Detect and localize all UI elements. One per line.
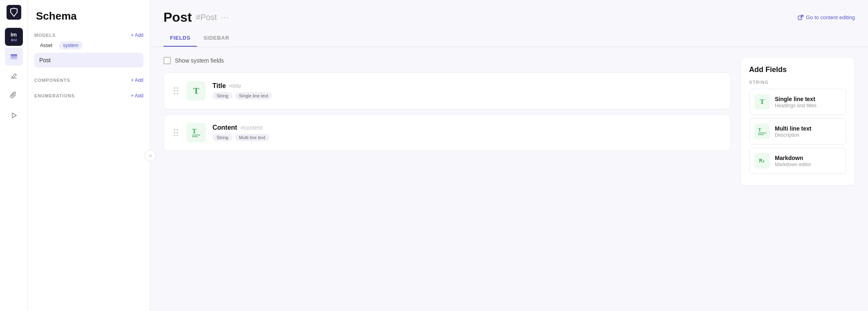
enumerations-label: ENUMERATIONS xyxy=(34,93,75,98)
nav-item-paperclip[interactable] xyxy=(5,87,23,105)
field-type-markdown[interactable]: M↓ Markdown Markdown editor xyxy=(749,148,846,174)
go-to-editing-link[interactable]: Go to content editing xyxy=(798,14,855,20)
markdown-name: Markdown xyxy=(775,155,811,161)
components-add-button[interactable]: + Add xyxy=(131,77,143,83)
model-tags: Asset system xyxy=(34,41,143,50)
drag-dot xyxy=(174,135,175,136)
sidebar: Schema MODELS + Add Asset system Post CO… xyxy=(28,0,150,311)
drag-dot xyxy=(177,87,178,89)
nav-item-edit[interactable] xyxy=(5,67,23,85)
drag-dots xyxy=(174,87,178,95)
drag-handle-content[interactable] xyxy=(172,127,180,138)
field-tags-content: String Multi line text xyxy=(213,134,722,141)
field-info-title: Title #title String Single line text xyxy=(213,82,722,99)
single-line-name: Single line text xyxy=(775,96,817,102)
im-label: Im xyxy=(11,32,17,38)
collapse-sidebar-button[interactable]: ‹‹ xyxy=(145,150,156,161)
m-badge: ⊛M xyxy=(11,38,17,42)
page-hash: #Post xyxy=(196,13,217,22)
drag-dot xyxy=(177,135,178,136)
multiline-icon: T xyxy=(190,127,202,138)
field-type-multi-line[interactable]: T Multi line text Description xyxy=(749,118,846,144)
sidebar-title: Schema xyxy=(34,10,143,23)
field-tags-title: String Single line text xyxy=(213,92,722,99)
system-tag[interactable]: system xyxy=(59,41,83,50)
enumerations-section-header: ENUMERATIONS + Add xyxy=(34,93,143,99)
components-section-header: COMPONENTS + Add xyxy=(34,77,143,83)
tabs: FIELDS SIDEBAR xyxy=(150,25,868,47)
svg-rect-6 xyxy=(798,16,802,20)
show-system-fields-row: Show system fields xyxy=(163,57,731,64)
single-line-desc: Headings and titles xyxy=(775,103,817,108)
models-section-header: MODELS + Add xyxy=(34,32,143,38)
nav-item-play[interactable] xyxy=(5,106,23,124)
drag-dot xyxy=(174,132,175,133)
field-type-single-line[interactable]: T Single line text Headings and titles xyxy=(749,89,846,115)
field-icon-title: T xyxy=(186,81,206,101)
field-icon-content: T xyxy=(186,123,206,142)
nav-item-layers[interactable] xyxy=(5,47,23,65)
title-area: Post #Post ··· xyxy=(163,10,230,25)
show-system-fields-label: Show system fields xyxy=(175,57,224,64)
field-content-name: Content #content xyxy=(213,124,722,131)
multiline-type-icon: T xyxy=(757,126,767,136)
asset-tag[interactable]: Asset xyxy=(36,41,56,50)
tab-fields[interactable]: FIELDS xyxy=(163,32,197,47)
single-line-icon: T xyxy=(754,94,770,110)
main-content: Post #Post ··· Go to content editing FIE… xyxy=(150,0,868,311)
add-fields-panel: Add Fields STRING T Single line text Hea… xyxy=(740,57,855,186)
multi-line-desc: Description xyxy=(775,132,811,138)
svg-marker-5 xyxy=(12,113,16,118)
field-title-name: Title #title xyxy=(213,82,722,90)
models-add-button[interactable]: + Add xyxy=(131,32,143,38)
markdown-icon: M↓ xyxy=(754,153,770,169)
fields-list: Show system fields T xyxy=(163,57,731,301)
field-info-content: Content #content String Multi line text xyxy=(213,124,722,141)
nav-item-im[interactable]: Im ⊛M xyxy=(5,28,23,46)
field-tag-string: String xyxy=(213,92,233,99)
svg-rect-4 xyxy=(11,78,17,79)
svg-rect-3 xyxy=(11,58,17,59)
icon-bar: Im ⊛M xyxy=(0,0,28,311)
tab-sidebar[interactable]: SIDEBAR xyxy=(197,32,236,47)
multi-line-info: Multi line text Description xyxy=(775,125,811,138)
fields-area: Show system fields T xyxy=(150,47,868,311)
field-tag-singleline: Single line text xyxy=(235,92,273,99)
multi-line-icon: T xyxy=(754,124,770,139)
add-fields-section-label: STRING xyxy=(749,80,846,85)
components-label: COMPONENTS xyxy=(34,78,70,83)
svg-rect-0 xyxy=(7,5,21,20)
field-tag-multiline: Multi line text xyxy=(235,134,269,141)
field-tag-string2: String xyxy=(213,134,233,141)
drag-dot xyxy=(177,129,178,131)
models-label: MODELS xyxy=(34,33,56,38)
field-card-title[interactable]: T Title #title String Single line text xyxy=(163,72,731,109)
drag-dot xyxy=(177,132,178,133)
more-options-button[interactable]: ··· xyxy=(221,13,230,22)
svg-text:T: T xyxy=(192,128,197,135)
markdown-desc: Markdown editor xyxy=(775,162,811,167)
drag-dot xyxy=(174,129,175,131)
svg-rect-2 xyxy=(11,56,17,58)
drag-dot xyxy=(174,90,175,92)
drag-dot xyxy=(177,93,178,95)
main-header: Post #Post ··· Go to content editing xyxy=(150,0,868,25)
page-title: Post xyxy=(163,10,192,25)
edit-link-icon xyxy=(798,15,803,20)
field-card-content[interactable]: T Content #content String Multi line tex… xyxy=(163,114,731,151)
drag-dots xyxy=(174,129,178,136)
enumerations-add-button[interactable]: + Add xyxy=(131,93,143,99)
drag-dot xyxy=(174,87,175,89)
sidebar-item-post[interactable]: Post xyxy=(34,53,143,68)
drag-dot xyxy=(177,90,178,92)
show-system-fields-checkbox[interactable] xyxy=(163,57,171,64)
go-to-editing-label: Go to content editing xyxy=(806,14,855,20)
single-line-info: Single line text Headings and titles xyxy=(775,96,817,108)
svg-rect-1 xyxy=(11,54,17,56)
app-logo[interactable] xyxy=(7,5,21,20)
drag-handle-title[interactable] xyxy=(172,86,180,96)
add-fields-title: Add Fields xyxy=(749,65,846,74)
markdown-info: Markdown Markdown editor xyxy=(775,155,811,167)
drag-dot xyxy=(174,93,175,95)
multi-line-name: Multi line text xyxy=(775,125,811,132)
